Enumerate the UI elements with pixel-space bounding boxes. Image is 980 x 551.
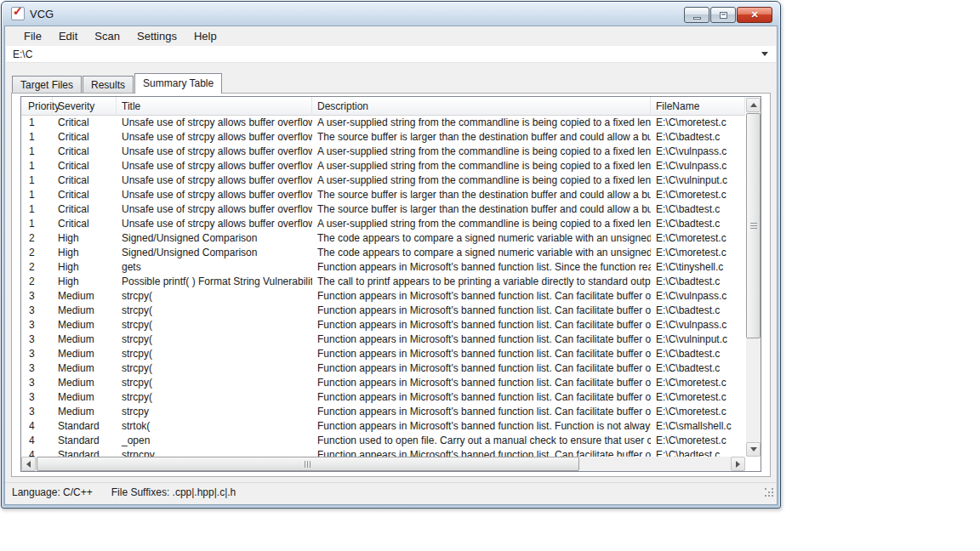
cell-description: The call to printf appears to be printin… [312,275,651,289]
cell-severity: Critical [53,173,117,188]
horizontal-scroll-thumb[interactable] [37,457,579,471]
cell-priority: 1 [21,173,53,188]
cell-title: Unsafe use of strcpy allows buffer overf… [117,217,312,231]
table-row[interactable]: 4StandardstrncpyFunction appears in Micr… [21,448,745,457]
table-row[interactable]: 4Standardstrtok(Function appears in Micr… [21,419,745,434]
horizontal-scrollbar[interactable] [21,457,745,471]
close-button[interactable]: ✕ [737,7,772,23]
cell-filename: E:\C\badtest.c [651,275,745,289]
arrow-up-icon [750,103,757,107]
scroll-right-button[interactable] [731,457,745,471]
table-row[interactable]: 1CriticalUnsafe use of strcpy allows buf… [21,116,745,130]
column-header-severity[interactable]: Severity [53,97,117,116]
window-controls: ✕ [684,7,772,23]
menu-item-file[interactable]: File [15,27,50,45]
table-body: 1CriticalUnsafe use of strcpy allows buf… [21,116,745,457]
cell-title: Unsafe use of strcpy allows buffer overf… [117,130,312,145]
cell-description: Function appears in Microsoft's banned f… [312,304,651,318]
cell-filename: E:\C\badtest.c [651,304,745,318]
cell-description: Function used to open file. Carry out a … [312,434,651,448]
column-header-title[interactable]: Title [117,97,312,116]
maximize-button[interactable] [710,7,736,23]
tab-target-files[interactable]: Target Files [12,76,82,93]
vertical-scrollbar[interactable] [746,98,761,457]
table-row[interactable]: 2HighSigned/Unsigned ComparisonThe code … [21,231,745,246]
tab-results[interactable]: Results [83,76,134,93]
cell-severity: Critical [53,145,117,159]
cell-priority: 1 [21,159,53,173]
cell-title: Unsafe use of strcpy allows buffer overf… [117,188,312,202]
cell-description: A user-supplied string from the commandl… [312,173,651,188]
table-row[interactable]: 4Standard_openFunction used to open file… [21,434,745,448]
table-row[interactable]: 1CriticalUnsafe use of strcpy allows buf… [21,202,745,217]
cell-description: A user-supplied string from the commandl… [312,116,651,130]
table-row[interactable]: 1CriticalUnsafe use of strcpy allows buf… [21,217,745,231]
table-row[interactable]: 3Mediumstrcpy(Function appears in Micros… [21,347,745,361]
table-row[interactable]: 1CriticalUnsafe use of strcpy allows buf… [21,188,745,202]
vertical-scroll-thumb[interactable] [746,113,761,338]
table-row[interactable]: 1CriticalUnsafe use of strcpy allows buf… [21,130,745,145]
table-row[interactable]: 3Mediumstrcpy(Function appears in Micros… [21,390,745,405]
menu-item-settings[interactable]: Settings [128,27,185,45]
cell-filename: E:\C\vulnpass.c [651,159,745,173]
cell-priority: 3 [21,376,53,390]
menu-item-help[interactable]: Help [185,27,225,45]
cell-title: Possible printf( ) Format String Vulnera… [117,275,312,289]
column-header-priority[interactable]: Priority [21,97,53,116]
table-row[interactable]: 3Mediumstrcpy(Function appears in Micros… [21,376,745,390]
cell-title: strcpy( [117,347,312,361]
path-combobox[interactable]: E:\C [6,46,776,63]
cell-filename: E:\C\smallshell.c [651,419,745,434]
cell-title: Unsafe use of strcpy allows buffer overf… [117,159,312,173]
cell-priority: 3 [21,304,53,318]
table-row[interactable]: 3Mediumstrcpy(Function appears in Micros… [21,361,745,376]
cell-severity: High [53,231,117,246]
table-row[interactable]: 3Mediumstrcpy(Function appears in Micros… [21,304,745,318]
table-row[interactable]: 1CriticalUnsafe use of strcpy allows buf… [21,173,745,188]
table-row[interactable]: 3Mediumstrcpy(Function appears in Micros… [21,332,745,347]
cell-filename: E:\C\badtest.c [651,347,745,361]
cell-description: Function appears in Microsoft's banned f… [312,448,651,457]
cell-description: The source buffer is larger than the des… [312,130,651,145]
status-language-label: Language: C/C++ [12,486,93,498]
table-row[interactable]: 3MediumstrcpyFunction appears in Microso… [21,405,745,419]
minimize-button[interactable] [684,7,709,23]
cell-severity: Medium [53,318,117,332]
summary-table-panel: PrioritySeverityTitleDescriptionFileName… [11,93,771,477]
resize-grip[interactable] [765,488,775,498]
table-row[interactable]: 3Mediumstrcpy(Function appears in Micros… [21,289,745,304]
cell-priority: 3 [21,347,53,361]
cell-severity: Standard [53,448,117,457]
cell-title: strcpy( [117,390,312,405]
cell-priority: 3 [21,361,53,376]
table-row[interactable]: 1CriticalUnsafe use of strcpy allows buf… [21,145,745,159]
cell-priority: 3 [21,405,53,419]
menu-item-scan[interactable]: Scan [86,27,128,45]
cell-title: gets [117,260,312,275]
menu-item-edit[interactable]: Edit [50,27,86,45]
table-row[interactable]: 2HighPossible printf( ) Format String Vu… [21,275,745,289]
table-row[interactable]: 2HighgetsFunction appears in Microsoft's… [21,260,745,275]
close-icon: ✕ [750,10,758,20]
table-row[interactable]: 3Mediumstrcpy(Function appears in Micros… [21,318,745,332]
cell-title: strcpy( [117,318,312,332]
table-row[interactable]: 2HighSigned/Unsigned ComparisonThe code … [21,246,745,260]
column-header-description[interactable]: Description [312,97,651,116]
cell-severity: Medium [53,332,117,347]
scroll-down-button[interactable] [746,442,761,457]
cell-filename: E:\C\moretest.c [651,231,745,246]
cell-priority: 4 [21,434,53,448]
scroll-left-button[interactable] [21,457,36,471]
dropdown-arrow-icon[interactable] [761,52,768,56]
cell-filename: E:\C\badtest.c [651,361,745,376]
title-bar[interactable]: VCG ✕ [4,2,778,26]
scroll-up-button[interactable] [746,98,761,112]
table-row[interactable]: 1CriticalUnsafe use of strcpy allows buf… [21,159,745,173]
tab-summary-table[interactable]: Summary Table [134,73,222,94]
cell-description: Function appears in Microsoft's banned f… [312,260,651,275]
cell-description: The code appears to compare a signed num… [312,231,651,246]
column-header-filename[interactable]: FileName [651,97,745,116]
cell-description: Function appears in Microsoft's banned f… [312,361,651,376]
cell-severity: Medium [53,347,117,361]
cell-description: Function appears in Microsoft's banned f… [312,390,651,405]
